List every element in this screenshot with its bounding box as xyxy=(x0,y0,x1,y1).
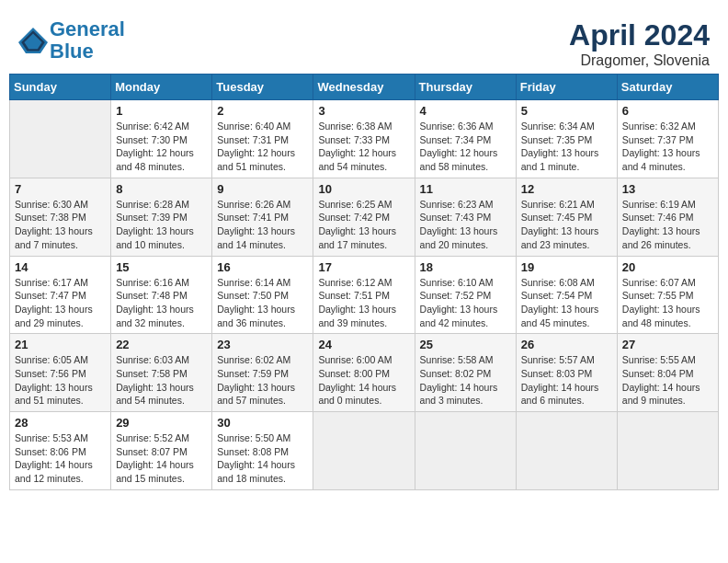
calendar-cell: 12 Sunrise: 6:21 AMSunset: 7:45 PMDaylig… xyxy=(516,178,617,256)
day-info: Sunrise: 6:21 AMSunset: 7:45 PMDaylight:… xyxy=(521,198,612,252)
day-number: 30 xyxy=(217,416,308,430)
day-info: Sunrise: 6:19 AMSunset: 7:46 PMDaylight:… xyxy=(622,198,713,252)
day-number: 24 xyxy=(318,338,409,351)
day-number: 21 xyxy=(15,338,106,351)
day-number: 8 xyxy=(116,182,207,196)
calendar-table: SundayMondayTuesdayWednesdayThursdayFrid… xyxy=(9,74,719,490)
day-number: 12 xyxy=(521,182,612,196)
day-number: 15 xyxy=(116,260,207,274)
day-info: Sunrise: 6:07 AMSunset: 7:55 PMDaylight:… xyxy=(622,276,713,330)
day-number: 7 xyxy=(15,182,106,196)
col-header-wednesday: Wednesday xyxy=(313,75,415,100)
calendar-cell: 27 Sunrise: 5:55 AMSunset: 8:04 PMDaylig… xyxy=(617,334,718,412)
day-info: Sunrise: 6:36 AMSunset: 7:34 PMDaylight:… xyxy=(420,120,511,174)
calendar-cell: 8 Sunrise: 6:28 AMSunset: 7:39 PMDayligh… xyxy=(111,178,212,256)
day-info: Sunrise: 5:58 AMSunset: 8:02 PMDaylight:… xyxy=(420,353,511,408)
day-number: 6 xyxy=(622,104,713,118)
calendar-cell xyxy=(516,412,617,490)
calendar-cell: 24 Sunrise: 6:00 AMSunset: 8:00 PMDaylig… xyxy=(313,334,415,412)
day-info: Sunrise: 6:26 AMSunset: 7:41 PMDaylight:… xyxy=(217,198,308,252)
calendar-cell xyxy=(617,412,718,490)
calendar-cell: 14 Sunrise: 6:17 AMSunset: 7:47 PMDaylig… xyxy=(10,256,111,334)
calendar-cell: 6 Sunrise: 6:32 AMSunset: 7:37 PMDayligh… xyxy=(617,100,718,178)
day-info: Sunrise: 6:17 AMSunset: 7:47 PMDaylight:… xyxy=(15,276,106,330)
logo-text: GeneralBlue xyxy=(50,18,125,63)
day-info: Sunrise: 6:30 AMSunset: 7:38 PMDaylight:… xyxy=(15,198,106,252)
calendar-cell: 13 Sunrise: 6:19 AMSunset: 7:46 PMDaylig… xyxy=(617,178,718,256)
col-header-monday: Monday xyxy=(111,75,212,100)
col-header-sunday: Sunday xyxy=(10,75,111,100)
day-info: Sunrise: 6:25 AMSunset: 7:42 PMDaylight:… xyxy=(318,198,409,252)
location-title: Dragomer, Slovenia xyxy=(569,52,710,69)
calendar-cell: 10 Sunrise: 6:25 AMSunset: 7:42 PMDaylig… xyxy=(313,178,415,256)
calendar-cell: 23 Sunrise: 6:02 AMSunset: 7:59 PMDaylig… xyxy=(212,334,313,412)
logo: GeneralBlue xyxy=(18,18,125,63)
day-number: 5 xyxy=(521,104,612,118)
day-info: Sunrise: 6:02 AMSunset: 7:59 PMDaylight:… xyxy=(217,353,308,408)
day-info: Sunrise: 6:10 AMSunset: 7:52 PMDaylight:… xyxy=(420,276,511,330)
day-info: Sunrise: 6:14 AMSunset: 7:50 PMDaylight:… xyxy=(217,276,308,330)
day-number: 26 xyxy=(521,338,612,351)
day-info: Sunrise: 6:38 AMSunset: 7:33 PMDaylight:… xyxy=(318,120,409,174)
day-number: 28 xyxy=(15,416,106,430)
logo-icon xyxy=(18,28,48,53)
col-header-saturday: Saturday xyxy=(617,75,718,100)
day-number: 19 xyxy=(521,260,612,274)
calendar-week-row: 28 Sunrise: 5:53 AMSunset: 8:06 PMDaylig… xyxy=(10,412,719,490)
calendar-week-row: 7 Sunrise: 6:30 AMSunset: 7:38 PMDayligh… xyxy=(10,178,719,256)
calendar-cell: 20 Sunrise: 6:07 AMSunset: 7:55 PMDaylig… xyxy=(617,256,718,334)
day-number: 1 xyxy=(116,104,207,118)
day-info: Sunrise: 6:42 AMSunset: 7:30 PMDaylight:… xyxy=(116,120,207,174)
day-number: 2 xyxy=(217,104,308,118)
day-info: Sunrise: 6:28 AMSunset: 7:39 PMDaylight:… xyxy=(116,198,207,252)
calendar-cell: 2 Sunrise: 6:40 AMSunset: 7:31 PMDayligh… xyxy=(212,100,313,178)
day-number: 9 xyxy=(217,182,308,196)
day-number: 18 xyxy=(420,260,511,274)
col-header-thursday: Thursday xyxy=(415,75,516,100)
col-header-friday: Friday xyxy=(516,75,617,100)
day-number: 11 xyxy=(420,182,511,196)
calendar-week-row: 1 Sunrise: 6:42 AMSunset: 7:30 PMDayligh… xyxy=(10,100,719,178)
calendar-cell: 16 Sunrise: 6:14 AMSunset: 7:50 PMDaylig… xyxy=(212,256,313,334)
calendar-cell: 7 Sunrise: 6:30 AMSunset: 7:38 PMDayligh… xyxy=(10,178,111,256)
day-number: 29 xyxy=(116,416,207,430)
day-number: 4 xyxy=(420,104,511,118)
calendar-cell: 30 Sunrise: 5:50 AMSunset: 8:08 PMDaylig… xyxy=(212,412,313,490)
day-info: Sunrise: 6:23 AMSunset: 7:43 PMDaylight:… xyxy=(420,198,511,252)
calendar-week-row: 14 Sunrise: 6:17 AMSunset: 7:47 PMDaylig… xyxy=(10,256,719,334)
calendar-cell xyxy=(10,100,111,178)
day-number: 20 xyxy=(622,260,713,274)
day-info: Sunrise: 6:05 AMSunset: 7:56 PMDaylight:… xyxy=(15,353,106,408)
calendar-cell xyxy=(313,412,415,490)
calendar-header: SundayMondayTuesdayWednesdayThursdayFrid… xyxy=(10,75,719,100)
day-number: 3 xyxy=(318,104,409,118)
calendar-cell: 17 Sunrise: 6:12 AMSunset: 7:51 PMDaylig… xyxy=(313,256,415,334)
day-number: 13 xyxy=(622,182,713,196)
day-number: 27 xyxy=(622,338,713,351)
calendar-cell: 21 Sunrise: 6:05 AMSunset: 7:56 PMDaylig… xyxy=(10,334,111,412)
day-info: Sunrise: 6:12 AMSunset: 7:51 PMDaylight:… xyxy=(318,276,409,330)
day-number: 17 xyxy=(318,260,409,274)
day-number: 22 xyxy=(116,338,207,351)
day-number: 14 xyxy=(15,260,106,274)
day-info: Sunrise: 5:52 AMSunset: 8:07 PMDaylight:… xyxy=(116,431,207,486)
day-info: Sunrise: 6:32 AMSunset: 7:37 PMDaylight:… xyxy=(622,120,713,174)
calendar-cell: 1 Sunrise: 6:42 AMSunset: 7:30 PMDayligh… xyxy=(111,100,212,178)
day-info: Sunrise: 6:03 AMSunset: 7:58 PMDaylight:… xyxy=(116,353,207,408)
title-block: April 2024 Dragomer, Slovenia xyxy=(569,18,710,69)
day-info: Sunrise: 5:50 AMSunset: 8:08 PMDaylight:… xyxy=(217,431,308,486)
calendar-cell: 5 Sunrise: 6:34 AMSunset: 7:35 PMDayligh… xyxy=(516,100,617,178)
day-info: Sunrise: 6:34 AMSunset: 7:35 PMDaylight:… xyxy=(521,120,612,174)
day-number: 25 xyxy=(420,338,511,351)
day-info: Sunrise: 5:57 AMSunset: 8:03 PMDaylight:… xyxy=(521,353,612,408)
day-number: 23 xyxy=(217,338,308,351)
calendar-cell: 4 Sunrise: 6:36 AMSunset: 7:34 PMDayligh… xyxy=(415,100,516,178)
day-info: Sunrise: 5:55 AMSunset: 8:04 PMDaylight:… xyxy=(622,353,713,408)
calendar-cell: 11 Sunrise: 6:23 AMSunset: 7:43 PMDaylig… xyxy=(415,178,516,256)
calendar-cell: 26 Sunrise: 5:57 AMSunset: 8:03 PMDaylig… xyxy=(516,334,617,412)
calendar-cell: 25 Sunrise: 5:58 AMSunset: 8:02 PMDaylig… xyxy=(415,334,516,412)
day-info: Sunrise: 6:08 AMSunset: 7:54 PMDaylight:… xyxy=(521,276,612,330)
day-number: 10 xyxy=(318,182,409,196)
calendar-cell: 9 Sunrise: 6:26 AMSunset: 7:41 PMDayligh… xyxy=(212,178,313,256)
calendar-cell: 29 Sunrise: 5:52 AMSunset: 8:07 PMDaylig… xyxy=(111,412,212,490)
